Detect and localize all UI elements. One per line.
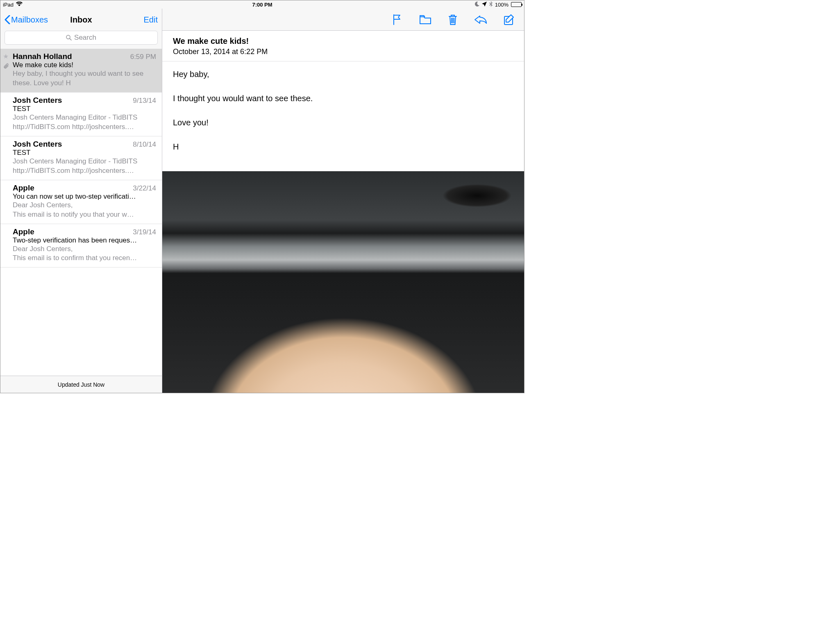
mail-body: Hey baby,I thought you would want to see… <box>162 61 524 171</box>
back-to-mailboxes-button[interactable]: Mailboxes <box>5 15 48 25</box>
preview-text: Dear Josh Centers,This email is to notif… <box>13 201 156 220</box>
subject-label: You can now set up two-step verificati… <box>13 193 156 201</box>
sender-label: Josh Centers <box>13 96 62 105</box>
wifi-icon <box>16 2 23 8</box>
date-label: 8/10/14 <box>133 141 156 149</box>
subject-label: Two-step verification has been reques… <box>13 236 156 245</box>
subject-label: We make cute kids! <box>13 61 156 69</box>
preview-text: Josh Centers Managing Editor - TidBITS h… <box>13 113 156 132</box>
mail-body-line: Hey baby, <box>173 68 513 81</box>
battery-percentage: 100% <box>495 2 509 8</box>
message-row[interactable]: Josh Centers9/13/14TESTJosh Centers Mana… <box>0 93 162 136</box>
attachment-image[interactable] <box>162 171 524 393</box>
date-label: 3/22/14 <box>133 184 156 193</box>
back-label: Mailboxes <box>11 15 48 25</box>
clock: 7:00 PM <box>0 2 524 8</box>
subject-label: TEST <box>13 105 156 113</box>
svg-line-1 <box>70 39 71 40</box>
date-label: 9/13/14 <box>133 97 156 105</box>
sender-label: Hannah Holland <box>13 52 72 61</box>
date-label: 3/19/14 <box>133 228 156 236</box>
sender-label: Apple <box>13 227 34 236</box>
preview-text: Hey baby, I thought you would want to se… <box>13 69 156 88</box>
sender-label: Josh Centers <box>13 140 62 149</box>
device-label: iPad <box>3 2 14 8</box>
mail-body-line: Love you! <box>173 116 513 129</box>
reply-button[interactable] <box>474 14 487 25</box>
location-icon <box>482 2 487 8</box>
mail-body-line: H <box>173 141 513 153</box>
chevron-left-icon <box>5 15 10 24</box>
sender-label: Apple <box>13 184 34 193</box>
message-list[interactable]: Hannah Holland6:59 PMWe make cute kids!H… <box>0 49 162 376</box>
status-bar: iPad 7:00 PM 100% <box>0 0 524 9</box>
attachment-icon <box>3 63 9 70</box>
flag-button[interactable] <box>392 14 403 25</box>
sidebar-footer-status: Updated Just Now <box>0 376 162 393</box>
message-toolbar <box>162 9 524 31</box>
message-row[interactable]: Apple3/22/14You can now set up two-step … <box>0 180 162 224</box>
message-row[interactable]: Josh Centers8/10/14TESTJosh Centers Mana… <box>0 136 162 180</box>
search-placeholder: Search <box>74 34 96 42</box>
preview-text: Josh Centers Managing Editor - TidBITS h… <box>13 157 156 176</box>
mail-datetime: October 13, 2014 at 6:22 PM <box>173 48 513 56</box>
date-label: 6:59 PM <box>130 53 156 61</box>
mail-subject: We make cute kids! <box>173 36 513 46</box>
search-input[interactable]: Search <box>5 31 158 45</box>
message-list-pane: Mailboxes Inbox Edit Search Hannah Holla… <box>0 9 162 393</box>
battery-icon <box>511 2 522 7</box>
trash-button[interactable] <box>448 14 458 26</box>
mail-body-line: I thought you would want to see these. <box>173 92 513 105</box>
bluetooth-icon <box>489 1 493 8</box>
edit-button[interactable]: Edit <box>144 15 158 25</box>
message-pane: We make cute kids! October 13, 2014 at 6… <box>162 9 524 393</box>
move-to-folder-button[interactable] <box>419 14 431 25</box>
message-row[interactable]: Apple3/19/14Two-step verification has be… <box>0 224 162 268</box>
subject-label: TEST <box>13 149 156 157</box>
do-not-disturb-icon <box>474 2 479 8</box>
sidebar-navbar: Mailboxes Inbox Edit <box>0 9 162 31</box>
preview-text: Dear Josh Centers,This email is to confi… <box>13 245 156 263</box>
message-row[interactable]: Hannah Holland6:59 PMWe make cute kids!H… <box>0 49 162 93</box>
mail-header: We make cute kids! October 13, 2014 at 6… <box>162 31 524 61</box>
compose-button[interactable] <box>504 14 515 25</box>
search-icon <box>66 35 72 41</box>
